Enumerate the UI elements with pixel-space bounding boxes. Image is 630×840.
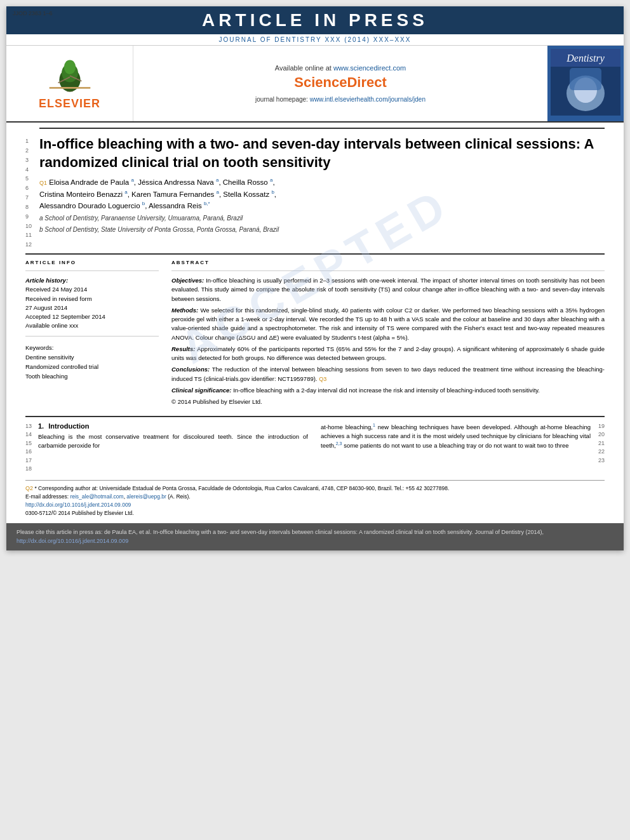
methods-text: We selected for this randomized, single-… bbox=[171, 307, 605, 341]
center-info: Available online at www.sciencedirect.co… bbox=[133, 46, 547, 121]
methods-label: Methods: bbox=[171, 307, 198, 314]
intro-text-right: at-home bleaching,1 new bleaching techni… bbox=[321, 422, 591, 451]
conclusions-para: Conclusions: The reduction of the interv… bbox=[171, 365, 605, 383]
revised-label: Received in revised form bbox=[25, 295, 159, 303]
sup-b3: b,* bbox=[204, 201, 210, 206]
sup-a3: a bbox=[270, 177, 272, 183]
abstract-heading: ABSTRACT bbox=[171, 260, 605, 265]
article-title: In-office bleaching with a two- and seve… bbox=[39, 135, 605, 171]
journal-name-bar: JOURNAL OF DENTISTRY XXX (2014) XXX–XXX bbox=[6, 34, 624, 46]
email-note: E-mail addresses: reis_ale@hotmail.com, … bbox=[25, 493, 605, 501]
journal-homepage: journal homepage: www.intl.elsevierhealt… bbox=[255, 96, 426, 103]
article-info-col: ARTICLE INFO Article history: Received 2… bbox=[25, 260, 159, 410]
conclusions-label: Conclusions: bbox=[171, 366, 210, 373]
q1-marker: Q1 bbox=[39, 180, 47, 186]
homepage-label: journal homepage: bbox=[255, 96, 308, 103]
methods-para: Methods: We selected for this randomized… bbox=[171, 306, 605, 342]
received-date: Received 24 May 2014 bbox=[25, 285, 159, 294]
email-suffix: (A. Reis). bbox=[168, 493, 190, 500]
svg-rect-12 bbox=[570, 68, 601, 90]
issn-note: 0300-5712/© 2014 Published by Elsevier L… bbox=[25, 509, 605, 517]
citation-doi-link[interactable]: http://dx.doi.org/10.1016/j.jdent.2014.0… bbox=[17, 538, 128, 544]
keywords-section: Keywords: Dentine sensitivity Randomized… bbox=[25, 343, 159, 382]
q3-marker: Q3 bbox=[319, 376, 326, 382]
objectives-text: In-office bleaching is usually performed… bbox=[171, 277, 605, 302]
keyword-1: Dentine sensitivity bbox=[25, 352, 159, 362]
header-bar: ARTICLE IN PRESS bbox=[6, 6, 624, 34]
sup-a4: a bbox=[124, 189, 127, 195]
email-2-link[interactable]: alereis@uepg.br bbox=[126, 493, 166, 500]
doi-link[interactable]: http://dx.doi.org/10.1016/j.jdent.2014.0… bbox=[25, 502, 131, 508]
sciencedirect-logo: ScienceDirect bbox=[294, 74, 387, 91]
body-line-nums-right: 19 20 21 22 23 bbox=[591, 422, 605, 474]
results-para: Results: Approximately 60% of the partic… bbox=[171, 345, 605, 363]
article-info: ARTICLE INFO Article history: Received 2… bbox=[25, 260, 159, 331]
abstract-col: ABSTRACT Objectives: In-office bleaching… bbox=[171, 260, 605, 410]
section-title-text: Introduction bbox=[48, 422, 89, 430]
clinical-text: In-office bleaching with a 2-day interva… bbox=[233, 387, 540, 394]
dentistry-cover: Dentistry bbox=[547, 46, 624, 121]
accepted-date: Accepted 12 September 2014 bbox=[25, 312, 159, 321]
sup-a1: a bbox=[131, 177, 133, 183]
title-section: In-office bleaching with a two- and seve… bbox=[39, 128, 605, 238]
history-label: Article history: bbox=[25, 277, 68, 284]
main-content: ACCEPTED 1 2 3 4 5 6 7 8 9 10 11 12 In-o… bbox=[6, 123, 624, 523]
affiliation-b: b School of Dentistry, State University … bbox=[39, 225, 605, 234]
elsevier-logo: ELSEVIER bbox=[6, 46, 133, 121]
article-info-heading: ARTICLE INFO bbox=[25, 260, 159, 265]
keywords-divider bbox=[25, 336, 159, 337]
intro-section-title: 1. Introduction bbox=[38, 422, 308, 430]
results-text: Approximately 60% of the participants re… bbox=[171, 345, 605, 361]
info-abstract-columns: ARTICLE INFO Article history: Received 2… bbox=[25, 260, 605, 410]
elsevier-tree-icon bbox=[44, 57, 95, 95]
abstract-section: Objectives: In-office bleaching is usual… bbox=[171, 276, 605, 407]
abstract-divider bbox=[171, 270, 605, 271]
homepage-url[interactable]: www.intl.elsevierhealth.com/journals/jde… bbox=[310, 96, 426, 103]
citation-text: Please cite this article in press as: de… bbox=[17, 529, 544, 535]
affiliation-a: a School of Dentistry, Paranaense Univer… bbox=[39, 213, 605, 223]
col-spacer bbox=[308, 422, 321, 474]
email-label: E-mail addresses: bbox=[25, 493, 69, 500]
keyword-3: Tooth bleaching bbox=[25, 371, 159, 381]
page-id: JJOD 2363 1–6 bbox=[13, 10, 53, 17]
section-num: 1. bbox=[38, 422, 44, 430]
section-divider bbox=[25, 253, 605, 255]
info-divider bbox=[25, 270, 159, 271]
elsevier-brand: ELSEVIER bbox=[39, 97, 100, 110]
line-numbers-left: 1 2 3 4 5 6 7 8 9 10 11 12 bbox=[25, 128, 39, 250]
available-online: Available online xxx bbox=[25, 321, 159, 330]
sciencedirect-url[interactable]: www.sciencedirect.com bbox=[333, 64, 406, 72]
sup-a2: a bbox=[216, 177, 218, 183]
objectives-para: Objectives: In-office bleaching is usual… bbox=[171, 276, 605, 303]
authors-line: Q1 Eloisa Andrade de Paula a, Jéssica An… bbox=[39, 177, 605, 211]
sup-b1: b bbox=[271, 189, 274, 195]
page: JJOD 2363 1–6 ARTICLE IN PRESS JOURNAL O… bbox=[6, 6, 624, 550]
keywords-heading: Keywords: bbox=[25, 344, 53, 351]
revised-date: 27 August 2014 bbox=[25, 303, 159, 312]
sup-a5: a bbox=[216, 189, 218, 195]
sup-b2: b bbox=[142, 201, 145, 206]
doi-note: http://dx.doi.org/10.1016/j.jdent.2014.0… bbox=[25, 501, 605, 509]
body-line-nums-left: 13 14 15 16 17 18 bbox=[25, 422, 38, 474]
q2-marker: Q2 bbox=[25, 485, 33, 491]
title-authors-block: In-office bleaching with a two- and seve… bbox=[39, 128, 605, 250]
available-text: Available online at bbox=[275, 64, 332, 72]
copyright-line: © 2014 Published by Elsevier Ltd. bbox=[171, 397, 605, 406]
email-1-link[interactable]: reis_ale@hotmail.com bbox=[70, 493, 123, 500]
citation-bar: Please cite this article in press as: de… bbox=[6, 523, 624, 550]
clinical-para: Clinical significance: In-office bleachi… bbox=[171, 386, 605, 395]
intro-text-left: Bleaching is the most conservative treat… bbox=[38, 432, 308, 451]
objectives-label: Objectives: bbox=[171, 277, 204, 284]
conclusions-text: The reduction of the interval between bl… bbox=[171, 366, 605, 382]
sd-logo-text: ScienceDirect bbox=[294, 74, 387, 90]
cover-image: Dentistry bbox=[551, 49, 620, 116]
dentistry-cover-content: Dentistry bbox=[551, 49, 620, 118]
corresponding-note: Q2 * Corresponding author at: Universida… bbox=[25, 484, 605, 493]
svg-text:Dentistry: Dentistry bbox=[566, 53, 605, 64]
keyword-2: Randomized controlled trial bbox=[25, 362, 159, 371]
body-section: 13 14 15 16 17 18 1. Introduction Bleach… bbox=[25, 416, 605, 474]
svg-rect-6 bbox=[49, 87, 90, 89]
svg-point-3 bbox=[64, 60, 75, 74]
footnotes: Q2 * Corresponding author at: Universida… bbox=[25, 480, 605, 517]
ref-2-3: 2,3 bbox=[336, 441, 342, 446]
